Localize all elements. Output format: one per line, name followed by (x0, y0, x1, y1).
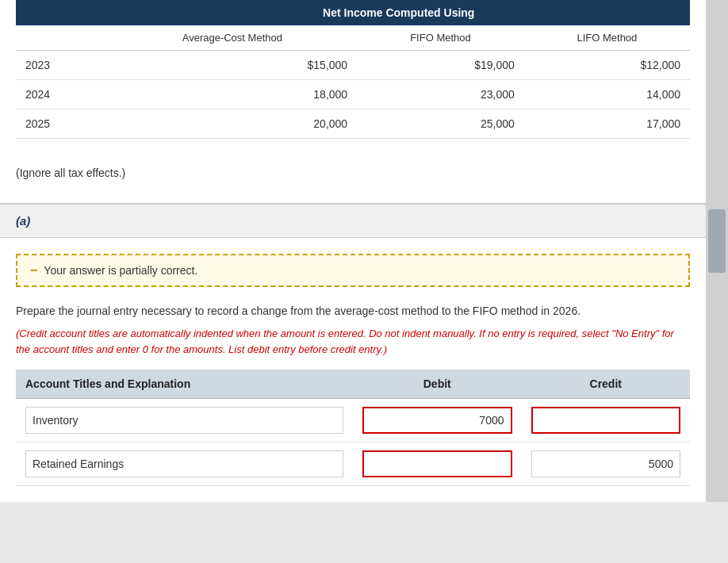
table-row: 2024 18,000 23,000 14,000 (16, 80, 690, 109)
table-row: 2023 $15,000 $19,000 $12,000 (16, 51, 690, 80)
debit-input-1[interactable] (362, 407, 512, 434)
credit-input-2[interactable] (531, 450, 681, 477)
journal-row-2 (16, 442, 690, 486)
table-row: 2025 20,000 25,000 17,000 (16, 109, 690, 139)
debit-cell-2 (353, 442, 522, 486)
year-2024: 2024 (16, 80, 108, 109)
instruction-italic: (Credit account titles are automatically… (16, 326, 690, 357)
instruction-text: Prepare the journal entry necessary to r… (16, 303, 690, 320)
avg-2024: 18,000 (108, 80, 358, 109)
col-lifo: LIFO Method (524, 25, 690, 51)
journal-row-1 (16, 399, 690, 442)
minus-icon: − (30, 263, 37, 278)
lifo-2024: 14,000 (524, 80, 690, 109)
partial-correct-text: Your answer is partially correct. (44, 264, 197, 277)
fifo-2025: 25,000 (357, 109, 524, 139)
avg-2025: 20,000 (108, 109, 358, 139)
col-account-header: Account Titles and Explanation (16, 370, 353, 399)
section-a-label: (a) (0, 204, 706, 238)
account-title-cell-1 (16, 399, 353, 442)
year-2023: 2023 (16, 51, 108, 80)
table-header-main: Net Income Computed Using (108, 0, 690, 25)
debit-input-2[interactable] (362, 450, 512, 477)
col-fifo: FIFO Method (357, 25, 524, 51)
scroll-thumb[interactable] (708, 209, 726, 273)
ignore-note: (Ignore all tax effects.) (16, 155, 690, 187)
debit-cell-1 (353, 399, 522, 442)
credit-input-1[interactable] (531, 407, 681, 434)
col-debit-header: Debit (353, 370, 522, 399)
year-2025: 2025 (16, 109, 108, 139)
account-title-input-1[interactable] (25, 407, 343, 434)
account-title-cell-2 (16, 442, 353, 486)
partial-correct-box: − Your answer is partially correct. (16, 254, 690, 287)
journal-header-row: Account Titles and Explanation Debit Cre… (16, 370, 690, 399)
credit-cell-2 (522, 442, 691, 486)
col-credit-header: Credit (522, 370, 691, 399)
lifo-2025: 17,000 (524, 109, 690, 139)
col-avg: Average-Cost Method (108, 25, 358, 51)
col-year (16, 25, 108, 51)
account-title-input-2[interactable] (25, 450, 343, 477)
journal-table: Account Titles and Explanation Debit Cre… (16, 370, 690, 486)
lifo-2023: $12,000 (524, 51, 690, 80)
credit-cell-1 (522, 399, 691, 442)
fifo-2024: 23,000 (357, 80, 524, 109)
avg-2023: $15,000 (108, 51, 358, 80)
fifo-2023: $19,000 (357, 51, 524, 80)
net-income-table: Net Income Computed Using Average-Cost M… (16, 0, 690, 139)
scrollbar[interactable] (706, 0, 728, 502)
